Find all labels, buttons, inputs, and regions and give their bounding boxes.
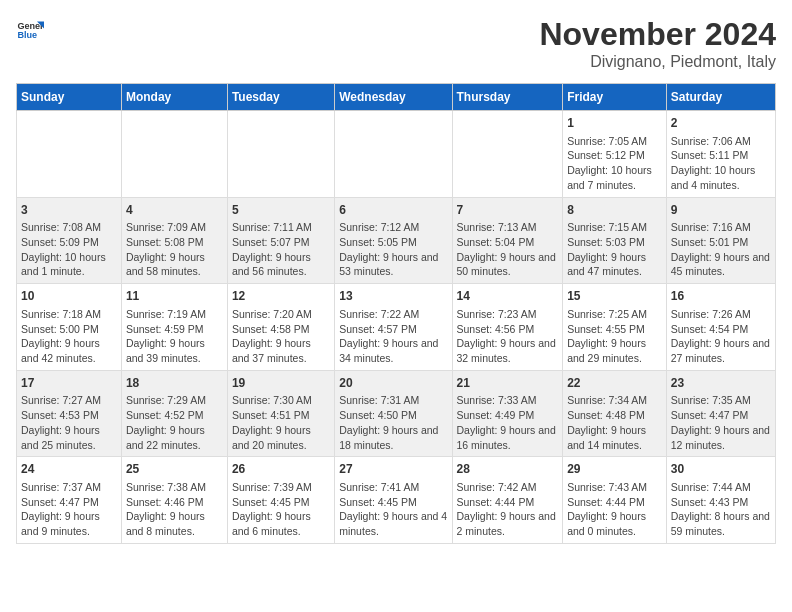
day-number: 12 (232, 288, 330, 305)
calendar-day-cell: 13Sunrise: 7:22 AM Sunset: 4:57 PM Dayli… (335, 284, 452, 371)
calendar-day-cell: 10Sunrise: 7:18 AM Sunset: 5:00 PM Dayli… (17, 284, 122, 371)
calendar-day-cell: 14Sunrise: 7:23 AM Sunset: 4:56 PM Dayli… (452, 284, 563, 371)
day-info: Sunrise: 7:20 AM Sunset: 4:58 PM Dayligh… (232, 307, 330, 366)
calendar-day-cell: 5Sunrise: 7:11 AM Sunset: 5:07 PM Daylig… (227, 197, 334, 284)
calendar-day-cell (227, 111, 334, 198)
logo: General Blue (16, 16, 44, 44)
calendar-day-cell: 25Sunrise: 7:38 AM Sunset: 4:46 PM Dayli… (121, 457, 227, 544)
logo-icon: General Blue (16, 16, 44, 44)
day-info: Sunrise: 7:38 AM Sunset: 4:46 PM Dayligh… (126, 480, 223, 539)
calendar-day-cell: 15Sunrise: 7:25 AM Sunset: 4:55 PM Dayli… (563, 284, 667, 371)
day-number: 3 (21, 202, 117, 219)
day-number: 1 (567, 115, 662, 132)
calendar-day-cell (121, 111, 227, 198)
calendar-header-row: SundayMondayTuesdayWednesdayThursdayFrid… (17, 84, 776, 111)
page-title: November 2024 (539, 16, 776, 53)
day-number: 16 (671, 288, 771, 305)
calendar-day-cell: 21Sunrise: 7:33 AM Sunset: 4:49 PM Dayli… (452, 370, 563, 457)
calendar-day-cell: 12Sunrise: 7:20 AM Sunset: 4:58 PM Dayli… (227, 284, 334, 371)
calendar-day-cell: 17Sunrise: 7:27 AM Sunset: 4:53 PM Dayli… (17, 370, 122, 457)
calendar-table: SundayMondayTuesdayWednesdayThursdayFrid… (16, 83, 776, 544)
day-info: Sunrise: 7:23 AM Sunset: 4:56 PM Dayligh… (457, 307, 559, 366)
day-number: 15 (567, 288, 662, 305)
day-info: Sunrise: 7:35 AM Sunset: 4:47 PM Dayligh… (671, 393, 771, 452)
day-number: 9 (671, 202, 771, 219)
calendar-week-row: 17Sunrise: 7:27 AM Sunset: 4:53 PM Dayli… (17, 370, 776, 457)
day-info: Sunrise: 7:22 AM Sunset: 4:57 PM Dayligh… (339, 307, 447, 366)
day-info: Sunrise: 7:18 AM Sunset: 5:00 PM Dayligh… (21, 307, 117, 366)
header-day-thursday: Thursday (452, 84, 563, 111)
header-day-saturday: Saturday (666, 84, 775, 111)
day-number: 24 (21, 461, 117, 478)
day-number: 2 (671, 115, 771, 132)
day-info: Sunrise: 7:39 AM Sunset: 4:45 PM Dayligh… (232, 480, 330, 539)
calendar-day-cell (17, 111, 122, 198)
day-info: Sunrise: 7:29 AM Sunset: 4:52 PM Dayligh… (126, 393, 223, 452)
calendar-day-cell: 26Sunrise: 7:39 AM Sunset: 4:45 PM Dayli… (227, 457, 334, 544)
day-number: 29 (567, 461, 662, 478)
day-info: Sunrise: 7:37 AM Sunset: 4:47 PM Dayligh… (21, 480, 117, 539)
day-info: Sunrise: 7:33 AM Sunset: 4:49 PM Dayligh… (457, 393, 559, 452)
day-info: Sunrise: 7:42 AM Sunset: 4:44 PM Dayligh… (457, 480, 559, 539)
calendar-day-cell: 3Sunrise: 7:08 AM Sunset: 5:09 PM Daylig… (17, 197, 122, 284)
calendar-day-cell: 2Sunrise: 7:06 AM Sunset: 5:11 PM Daylig… (666, 111, 775, 198)
calendar-day-cell: 29Sunrise: 7:43 AM Sunset: 4:44 PM Dayli… (563, 457, 667, 544)
calendar-day-cell: 27Sunrise: 7:41 AM Sunset: 4:45 PM Dayli… (335, 457, 452, 544)
day-info: Sunrise: 7:19 AM Sunset: 4:59 PM Dayligh… (126, 307, 223, 366)
calendar-day-cell: 18Sunrise: 7:29 AM Sunset: 4:52 PM Dayli… (121, 370, 227, 457)
day-number: 30 (671, 461, 771, 478)
calendar-week-row: 3Sunrise: 7:08 AM Sunset: 5:09 PM Daylig… (17, 197, 776, 284)
calendar-day-cell: 16Sunrise: 7:26 AM Sunset: 4:54 PM Dayli… (666, 284, 775, 371)
calendar-day-cell: 11Sunrise: 7:19 AM Sunset: 4:59 PM Dayli… (121, 284, 227, 371)
calendar-day-cell: 23Sunrise: 7:35 AM Sunset: 4:47 PM Dayli… (666, 370, 775, 457)
day-info: Sunrise: 7:41 AM Sunset: 4:45 PM Dayligh… (339, 480, 447, 539)
day-info: Sunrise: 7:06 AM Sunset: 5:11 PM Dayligh… (671, 134, 771, 193)
day-number: 20 (339, 375, 447, 392)
calendar-day-cell: 30Sunrise: 7:44 AM Sunset: 4:43 PM Dayli… (666, 457, 775, 544)
calendar-day-cell (335, 111, 452, 198)
calendar-day-cell: 22Sunrise: 7:34 AM Sunset: 4:48 PM Dayli… (563, 370, 667, 457)
day-number: 17 (21, 375, 117, 392)
day-number: 28 (457, 461, 559, 478)
calendar-day-cell: 20Sunrise: 7:31 AM Sunset: 4:50 PM Dayli… (335, 370, 452, 457)
calendar-day-cell: 6Sunrise: 7:12 AM Sunset: 5:05 PM Daylig… (335, 197, 452, 284)
header: General Blue November 2024 Divignano, Pi… (16, 16, 776, 71)
day-info: Sunrise: 7:11 AM Sunset: 5:07 PM Dayligh… (232, 220, 330, 279)
day-info: Sunrise: 7:43 AM Sunset: 4:44 PM Dayligh… (567, 480, 662, 539)
day-info: Sunrise: 7:05 AM Sunset: 5:12 PM Dayligh… (567, 134, 662, 193)
day-number: 19 (232, 375, 330, 392)
day-number: 25 (126, 461, 223, 478)
day-info: Sunrise: 7:12 AM Sunset: 5:05 PM Dayligh… (339, 220, 447, 279)
calendar-day-cell: 24Sunrise: 7:37 AM Sunset: 4:47 PM Dayli… (17, 457, 122, 544)
calendar-week-row: 24Sunrise: 7:37 AM Sunset: 4:47 PM Dayli… (17, 457, 776, 544)
day-info: Sunrise: 7:13 AM Sunset: 5:04 PM Dayligh… (457, 220, 559, 279)
header-day-tuesday: Tuesday (227, 84, 334, 111)
page-subtitle: Divignano, Piedmont, Italy (539, 53, 776, 71)
title-area: November 2024 Divignano, Piedmont, Italy (539, 16, 776, 71)
header-day-monday: Monday (121, 84, 227, 111)
calendar-day-cell: 4Sunrise: 7:09 AM Sunset: 5:08 PM Daylig… (121, 197, 227, 284)
day-info: Sunrise: 7:30 AM Sunset: 4:51 PM Dayligh… (232, 393, 330, 452)
day-info: Sunrise: 7:44 AM Sunset: 4:43 PM Dayligh… (671, 480, 771, 539)
calendar-day-cell: 9Sunrise: 7:16 AM Sunset: 5:01 PM Daylig… (666, 197, 775, 284)
day-number: 21 (457, 375, 559, 392)
day-number: 18 (126, 375, 223, 392)
header-day-wednesday: Wednesday (335, 84, 452, 111)
day-info: Sunrise: 7:34 AM Sunset: 4:48 PM Dayligh… (567, 393, 662, 452)
day-number: 22 (567, 375, 662, 392)
day-number: 10 (21, 288, 117, 305)
calendar-week-row: 10Sunrise: 7:18 AM Sunset: 5:00 PM Dayli… (17, 284, 776, 371)
calendar-day-cell: 19Sunrise: 7:30 AM Sunset: 4:51 PM Dayli… (227, 370, 334, 457)
day-number: 27 (339, 461, 447, 478)
day-number: 6 (339, 202, 447, 219)
day-number: 14 (457, 288, 559, 305)
day-info: Sunrise: 7:16 AM Sunset: 5:01 PM Dayligh… (671, 220, 771, 279)
header-day-sunday: Sunday (17, 84, 122, 111)
day-number: 4 (126, 202, 223, 219)
day-info: Sunrise: 7:31 AM Sunset: 4:50 PM Dayligh… (339, 393, 447, 452)
day-number: 5 (232, 202, 330, 219)
calendar-day-cell: 1Sunrise: 7:05 AM Sunset: 5:12 PM Daylig… (563, 111, 667, 198)
calendar-week-row: 1Sunrise: 7:05 AM Sunset: 5:12 PM Daylig… (17, 111, 776, 198)
day-number: 7 (457, 202, 559, 219)
day-number: 11 (126, 288, 223, 305)
